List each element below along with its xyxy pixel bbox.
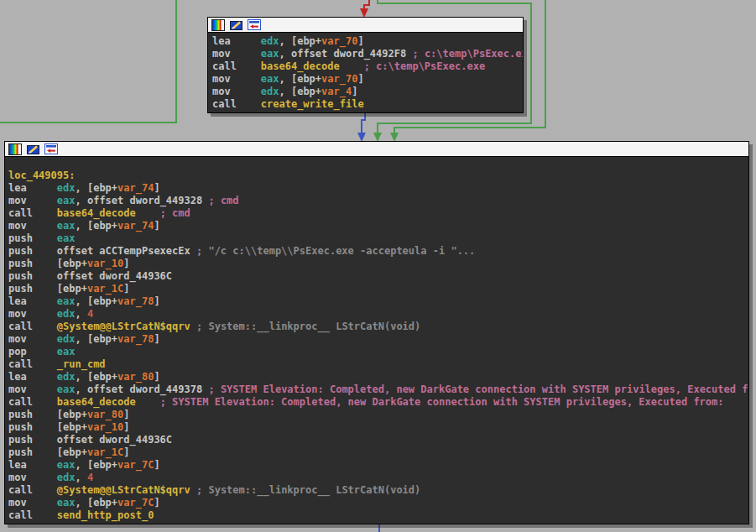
- basic-block-loc-449095[interactable]: loc_449095:lea edx, [ebp+var_74]mov eax,…: [4, 141, 749, 524]
- asm-line[interactable]: push [ebp+var_10]: [8, 421, 748, 434]
- asm-line[interactable]: mov eax, [ebp+var_7C]: [8, 497, 748, 509]
- asm-line[interactable]: call @System@@LStrCatN$qqrv ; System::__…: [8, 484, 748, 497]
- asm-line[interactable]: push eax: [8, 232, 748, 245]
- asm-line[interactable]: loc_449095:: [8, 170, 748, 182]
- asm-line[interactable]: call base64_decode ; SYSTEM Elevation: C…: [8, 396, 748, 409]
- node-color-icon[interactable]: [211, 19, 225, 31]
- edge-blue-fallthrough: [362, 113, 365, 133]
- asm-line[interactable]: call @System@@LStrCatN$qqrv ; System::__…: [8, 321, 748, 333]
- asm-line[interactable]: mov edx, 4: [8, 308, 748, 321]
- node-color-icon[interactable]: [8, 143, 22, 155]
- asm-line[interactable]: mov eax, offset dword_449378 ; SYSTEM El…: [8, 383, 748, 396]
- asm-line[interactable]: mov eax, [ebp+var_70]: [212, 73, 523, 86]
- asm-line[interactable]: lea eax, [ebp+var_7C]: [8, 459, 748, 472]
- edit-node-icon[interactable]: [230, 19, 242, 30]
- asm-line[interactable]: mov eax, offset dword_449328 ; cmd: [8, 195, 748, 207]
- asm-line[interactable]: push offset dword_44936C: [8, 434, 748, 446]
- asm-line[interactable]: push [ebp+var_1C]: [8, 446, 748, 459]
- graph-canvas[interactable]: lea edx, [ebp+var_70]mov eax, offset dwo…: [0, 0, 756, 532]
- asm-line[interactable]: push [ebp+var_80]: [8, 409, 748, 421]
- group-node-icon[interactable]: [44, 143, 58, 154]
- asm-line[interactable]: push [ebp+var_1C]: [8, 283, 748, 295]
- edit-node-icon[interactable]: [27, 143, 39, 154]
- asm-line[interactable]: mov eax, offset dword_4492F8 ; c:\temp\P…: [212, 48, 523, 60]
- asm-line[interactable]: push offset aCCTempPsexecEx ; "/c c:\\te…: [8, 245, 748, 258]
- block-titlebar: [208, 18, 523, 33]
- basic-block-create-file[interactable]: lea edx, [ebp+var_70]mov eax, offset dwo…: [207, 17, 524, 113]
- asm-line[interactable]: mov edx, [ebp+var_4]: [212, 86, 523, 98]
- asm-line[interactable]: lea edx, [ebp+var_74]: [8, 182, 748, 195]
- asm-line[interactable]: call base64_decode ; c:\temp\PsExec.exe: [212, 60, 523, 73]
- incoming-edge-red: [364, 0, 369, 8]
- asm-line[interactable]: mov edx, 4: [8, 472, 748, 484]
- asm-line[interactable]: lea eax, [ebp+var_78]: [8, 295, 748, 308]
- disassembly-listing[interactable]: loc_449095:lea edx, [ebp+var_74]mov eax,…: [5, 157, 748, 522]
- asm-line[interactable]: call _run_cmd: [8, 358, 748, 371]
- asm-line[interactable]: lea edx, [ebp+var_70]: [212, 35, 523, 48]
- asm-line[interactable]: mov eax, [ebp+var_74]: [8, 220, 748, 232]
- asm-line[interactable]: call send_http_post_0: [8, 509, 748, 522]
- asm-line[interactable]: mov edx, [ebp+var_78]: [8, 333, 748, 346]
- asm-line[interactable]: lea edx, [ebp+var_80]: [8, 371, 748, 383]
- asm-line[interactable]: call base64_decode ; cmd: [8, 207, 748, 220]
- block-titlebar: [5, 142, 748, 157]
- asm-line[interactable]: push offset dword_44936C: [8, 270, 748, 283]
- asm-line[interactable]: push [ebp+var_10]: [8, 258, 748, 270]
- group-node-icon[interactable]: [248, 19, 261, 30]
- asm-line[interactable]: pop eax: [8, 346, 748, 358]
- disassembly-listing[interactable]: lea edx, [ebp+var_70]mov eax, offset dwo…: [208, 33, 523, 111]
- edge-green-left: [0, 0, 176, 123]
- asm-line[interactable]: call create_write_file: [212, 98, 523, 111]
